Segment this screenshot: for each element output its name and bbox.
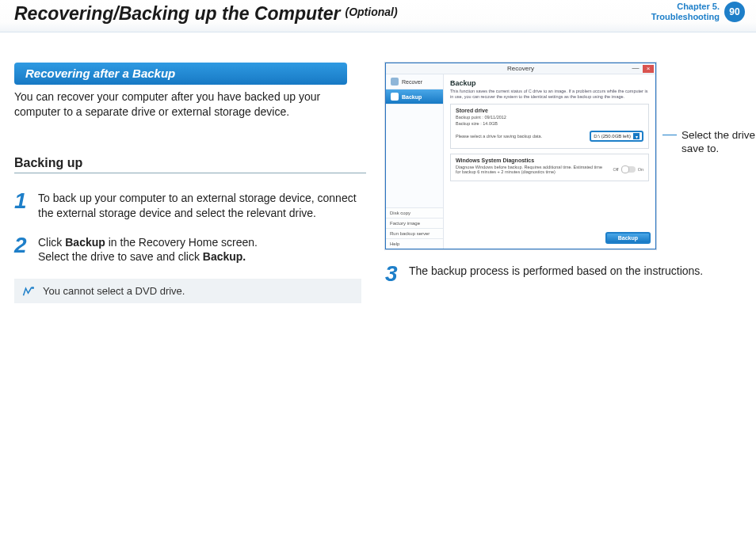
sidebar: Recover Backup Disk copy Factory image R… xyxy=(386,74,444,249)
callout-leader-line xyxy=(662,135,677,135)
drive-prompt-row: Please select a drive for saving backup … xyxy=(456,131,643,142)
step-text-3: The backup process is performed based on… xyxy=(409,264,745,283)
minimize-button[interactable]: — xyxy=(630,65,641,73)
step-1: 1 To back up your computer to an externa… xyxy=(14,191,366,221)
page-body: Recovering after a Backup You can recove… xyxy=(0,32,756,303)
sidebar-bottom: Disk copy Factory image Run backup serve… xyxy=(386,207,443,249)
steps-list: 1 To back up your computer to an externa… xyxy=(14,191,366,265)
sidebar-btn-run-backup-server[interactable]: Run backup server xyxy=(386,228,443,238)
section-heading-pill: Recovering after a Backup xyxy=(14,63,347,85)
step-3: 3 The backup process is performed based … xyxy=(385,264,745,283)
step-text-2: Click Backup in the Recovery Home screen… xyxy=(38,235,366,265)
svg-point-0 xyxy=(32,287,34,289)
header-right: Chapter 5. Troubleshooting 90 xyxy=(651,2,745,22)
section-intro: You can recover your computer after you … xyxy=(14,89,366,120)
recover-icon xyxy=(391,78,399,86)
backup-icon xyxy=(391,93,399,101)
step-number-1: 1 xyxy=(14,191,30,221)
step-number-2: 2 xyxy=(14,235,30,265)
diagnostics-title: Windows System Diagnostics xyxy=(456,158,643,163)
diagnostics-box: Windows System Diagnostics Diagnose Wind… xyxy=(450,154,649,181)
chapter-label: Chapter 5. Troubleshooting xyxy=(651,2,720,22)
stored-drive-box: Stored drive Backup point : 09/11/2012 B… xyxy=(450,104,649,149)
stored-drive-title: Stored drive xyxy=(456,108,643,113)
pane-description: This function saves the current status o… xyxy=(450,89,649,99)
note-box: You cannot select a DVD drive. xyxy=(14,279,361,303)
note-icon xyxy=(22,286,36,297)
window-titlebar: Recovery — × xyxy=(386,63,655,74)
screenshot-wrapper: Recovery — × Recover Backup xyxy=(385,63,745,249)
drive-prompt: Please select a drive for saving backup … xyxy=(456,134,542,139)
sidebar-btn-factory-image[interactable]: Factory image xyxy=(386,218,443,228)
sidebar-item-recover[interactable]: Recover xyxy=(386,74,443,89)
recovery-window: Recovery — × Recover Backup xyxy=(385,63,656,249)
callout-select-drive: Select the drive to save to. xyxy=(662,129,756,156)
page-title-suffix: (Optional) xyxy=(346,6,398,18)
diagnostics-toggle[interactable]: Off On xyxy=(613,166,643,173)
close-button[interactable]: × xyxy=(643,65,654,73)
sidebar-item-backup[interactable]: Backup xyxy=(386,89,443,105)
right-column: Recovery — × Recover Backup xyxy=(385,63,745,303)
window-body: Recover Backup Disk copy Factory image R… xyxy=(386,74,655,249)
callout-text: Select the drive to save to. xyxy=(682,129,756,156)
main-pane: Backup This function saves the current s… xyxy=(444,74,655,249)
drive-select-value: D:\ (250.0GB left) xyxy=(594,134,631,139)
chevron-down-icon: ▾ xyxy=(633,133,640,139)
step-2: 2 Click Backup in the Recovery Home scre… xyxy=(14,235,366,265)
step-text-1: To back up your computer to an external … xyxy=(38,191,366,221)
note-text: You cannot select a DVD drive. xyxy=(43,285,185,297)
window-title: Recovery xyxy=(507,65,534,72)
page-header: Recovering/Backing up the Computer (Opti… xyxy=(0,0,756,32)
step-number-3: 3 xyxy=(385,264,401,283)
drive-select-dropdown[interactable]: D:\ (250.0GB left) ▾ xyxy=(590,131,643,142)
backup-point-line: Backup point : 09/11/2012 xyxy=(456,115,643,120)
sidebar-btn-help[interactable]: Help xyxy=(386,238,443,249)
chapter-line2: Troubleshooting xyxy=(651,12,720,22)
page-title: Recovering/Backing up the Computer xyxy=(14,3,341,25)
pane-heading: Backup xyxy=(450,79,649,87)
backup-size-line: Backup size : 14.0GB xyxy=(456,121,643,126)
diagnostics-desc: Diagnose Windows before backup. Requires… xyxy=(456,165,608,174)
chapter-line1: Chapter 5. xyxy=(651,2,720,12)
page-number-badge: 90 xyxy=(724,2,745,22)
subheading-backing-up: Backing up xyxy=(14,156,366,173)
left-column: Recovering after a Backup You can recove… xyxy=(14,63,366,303)
backup-button[interactable]: Backup xyxy=(605,232,651,244)
sidebar-btn-disk-copy[interactable]: Disk copy xyxy=(386,207,443,218)
